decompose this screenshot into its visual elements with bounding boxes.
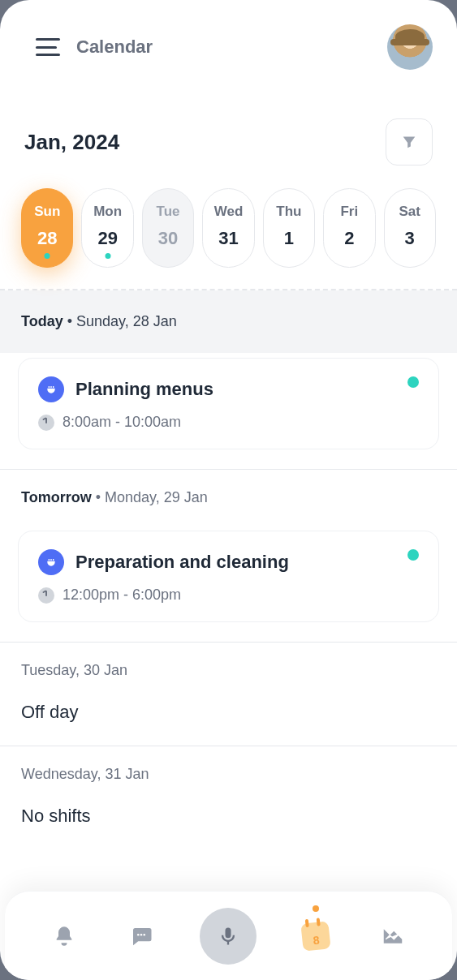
mic-icon (217, 925, 239, 948)
header: Calendar (0, 0, 457, 86)
day-pill-fri[interactable]: Fri2 (323, 188, 375, 268)
day-name: Fri (324, 204, 374, 220)
day-number: 28 (22, 228, 72, 249)
bottom-nav: 8 (5, 891, 452, 980)
calendar-badge-number: 8 (302, 932, 330, 948)
month-label: Jan, 2024 (24, 130, 386, 155)
clock-icon (38, 415, 54, 431)
task-card[interactable]: Planning menus 8:00am - 10:00am (18, 358, 439, 449)
nav-analytics[interactable] (375, 918, 411, 954)
day-number: 30 (143, 228, 193, 249)
day-status: No shifts (0, 802, 457, 849)
day-pill-tue[interactable]: Tue30 (142, 188, 194, 268)
section-lead: Today (21, 313, 63, 329)
chat-icon (129, 924, 153, 948)
month-row: Jan, 2024 (0, 86, 457, 174)
status-dot-icon (407, 376, 419, 388)
task-category-icon (38, 376, 64, 402)
nav-notifications[interactable] (46, 918, 82, 954)
section-date: Sunday, 28 Jan (76, 313, 177, 329)
menu-icon[interactable] (36, 38, 60, 56)
day-number: 1 (264, 228, 314, 249)
event-dot-icon (45, 253, 50, 259)
nav-calendar[interactable]: 8 (298, 918, 334, 954)
event-dot-icon (105, 253, 110, 259)
day-number: 2 (324, 228, 374, 249)
page-title: Calendar (76, 37, 371, 58)
status-dot-icon (407, 549, 419, 561)
day-name: Mon (82, 204, 132, 220)
bell-icon (53, 925, 75, 948)
section-header-tue: Tuesday, 30 Jan (0, 642, 457, 698)
day-number: 29 (82, 228, 132, 249)
task-title: Preparation and cleaning (75, 552, 289, 573)
task-card[interactable]: Preparation and cleaning 12:00pm - 6:00p… (18, 531, 439, 622)
day-name: Thu (264, 204, 314, 220)
section-date: Tuesday, 30 Jan (21, 662, 127, 678)
day-name: Tue (143, 204, 193, 220)
nav-chat[interactable] (123, 918, 159, 954)
svg-point-1 (140, 933, 143, 935)
day-number: 3 (385, 228, 435, 249)
day-pill-sat[interactable]: Sat3 (384, 188, 436, 268)
task-category-icon (38, 549, 64, 575)
day-pill-sun[interactable]: Sun28 (21, 188, 73, 268)
day-name: Sun (22, 204, 72, 220)
schedule-list[interactable]: Today • Sunday, 28 Jan Planning menus 8:… (0, 290, 457, 891)
day-pill-mon[interactable]: Mon29 (81, 188, 133, 268)
task-time: 12:00pm - 6:00pm (63, 587, 181, 604)
day-pill-wed[interactable]: Wed31 (202, 188, 254, 268)
section-lead: Tomorrow (21, 489, 92, 505)
day-pill-thu[interactable]: Thu1 (263, 188, 315, 268)
nav-voice-button[interactable] (200, 908, 257, 965)
app-root: Calendar Jan, 2024 Sun28Mon29Tue30Wed31T… (0, 0, 457, 980)
filter-button[interactable] (386, 118, 433, 165)
day-number: 31 (203, 228, 253, 249)
section-header-tomorrow: Tomorrow • Monday, 29 Jan (0, 469, 457, 526)
clock-icon (38, 587, 54, 604)
section-header-today: Today • Sunday, 28 Jan (0, 290, 457, 353)
section-date: Monday, 29 Jan (105, 489, 208, 505)
calendar-icon: 8 (300, 921, 330, 951)
svg-point-2 (143, 933, 145, 935)
section-header-wed: Wednesday, 31 Jan (0, 746, 457, 802)
day-name: Sat (385, 204, 435, 220)
day-name: Wed (203, 204, 253, 220)
task-time: 8:00am - 10:00am (63, 414, 181, 431)
chart-icon (381, 924, 405, 948)
svg-point-0 (137, 933, 140, 935)
avatar[interactable] (387, 24, 433, 70)
filter-icon (400, 133, 418, 151)
day-status: Off day (0, 698, 457, 746)
task-title: Planning menus (75, 379, 213, 400)
section-date: Wednesday, 31 Jan (21, 766, 149, 782)
week-strip: Sun28Mon29Tue30Wed31Thu1Fri2Sat3 (0, 174, 457, 290)
